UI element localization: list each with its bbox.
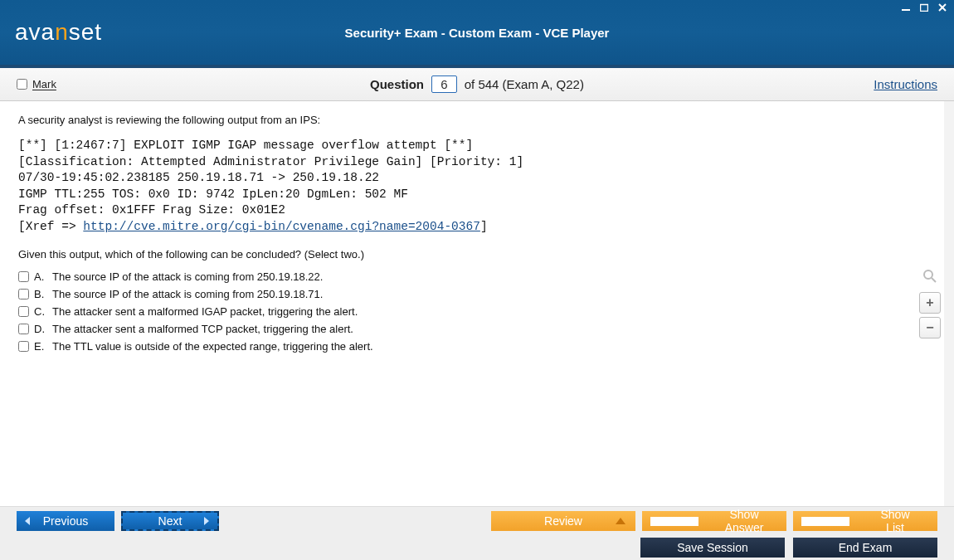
instructions-link[interactable]: Instructions xyxy=(874,77,937,91)
minimize-icon[interactable] xyxy=(899,2,913,13)
option-e[interactable]: E.The TTL value is outside of the expect… xyxy=(18,340,926,353)
question-toolbar: Mark Question 6 of 544 (Exam A, Q22) Ins… xyxy=(0,68,954,101)
show-answer-checkbox[interactable] xyxy=(650,517,698,526)
mark-checkbox-wrap[interactable]: Mark xyxy=(17,78,56,90)
option-d-checkbox[interactable] xyxy=(18,324,29,334)
end-exam-button[interactable]: End Exam xyxy=(793,538,937,558)
mark-checkbox[interactable] xyxy=(17,79,27,90)
magnifier-icon[interactable] xyxy=(919,269,941,284)
option-c[interactable]: C.The attacker sent a malformed IGAP pac… xyxy=(18,305,926,318)
window-title: Security+ Exam - Custom Exam - VCE Playe… xyxy=(0,26,954,40)
question-indicator: Question 6 of 544 (Exam A, Q22) xyxy=(0,75,954,93)
nav-bar: Previous Next Review Show Answer Show Li… xyxy=(0,506,954,535)
question-subprompt: Given this output, which of the followin… xyxy=(18,248,926,261)
chevron-left-icon xyxy=(25,517,30,525)
svg-rect-1 xyxy=(921,5,928,12)
title-bar: avanset Security+ Exam - Custom Exam - V… xyxy=(0,0,954,68)
option-d[interactable]: D.The attacker sent a malformed TCP pack… xyxy=(18,323,926,335)
bottom-bar: Save Session End Exam xyxy=(0,535,954,560)
window-controls xyxy=(899,2,949,13)
question-number-input[interactable]: 6 xyxy=(431,75,456,93)
show-list-button[interactable]: Show List xyxy=(793,511,937,531)
maximize-icon[interactable] xyxy=(917,2,931,13)
xref-link[interactable]: http://cve.mitre.org/cgi-bin/cvename.cgi… xyxy=(83,220,480,233)
option-b-checkbox[interactable] xyxy=(18,289,29,299)
review-button[interactable]: Review xyxy=(491,511,635,531)
app-logo: avanset xyxy=(15,19,102,46)
option-e-checkbox[interactable] xyxy=(18,341,29,352)
option-a-checkbox[interactable] xyxy=(18,271,29,282)
next-button[interactable]: Next xyxy=(121,511,219,531)
option-c-checkbox[interactable] xyxy=(18,306,29,317)
option-a[interactable]: A.The source IP of the attack is coming … xyxy=(18,270,926,283)
chevron-right-icon xyxy=(204,517,209,525)
svg-line-5 xyxy=(932,278,936,282)
show-list-checkbox[interactable] xyxy=(801,517,849,526)
question-content: A security analyst is reviewing the foll… xyxy=(0,101,954,506)
answer-options: A.The source IP of the attack is coming … xyxy=(18,270,926,353)
previous-button[interactable]: Previous xyxy=(17,511,114,531)
question-prompt: A security analyst is reviewing the foll… xyxy=(18,114,926,126)
option-b[interactable]: B.The source IP of the attack is coming … xyxy=(18,288,926,300)
close-icon[interactable] xyxy=(936,2,949,13)
zoom-controls: + − xyxy=(919,269,941,338)
zoom-in-button[interactable]: + xyxy=(919,292,941,314)
mark-label: Mark xyxy=(32,78,56,90)
ips-output: [**] [1:2467:7] EXPLOIT IGMP IGAP messag… xyxy=(18,138,926,235)
triangle-up-icon xyxy=(616,518,625,524)
show-answer-button[interactable]: Show Answer xyxy=(642,511,786,531)
save-session-button[interactable]: Save Session xyxy=(640,538,785,558)
svg-point-4 xyxy=(924,270,932,279)
zoom-out-button[interactable]: − xyxy=(919,317,941,338)
